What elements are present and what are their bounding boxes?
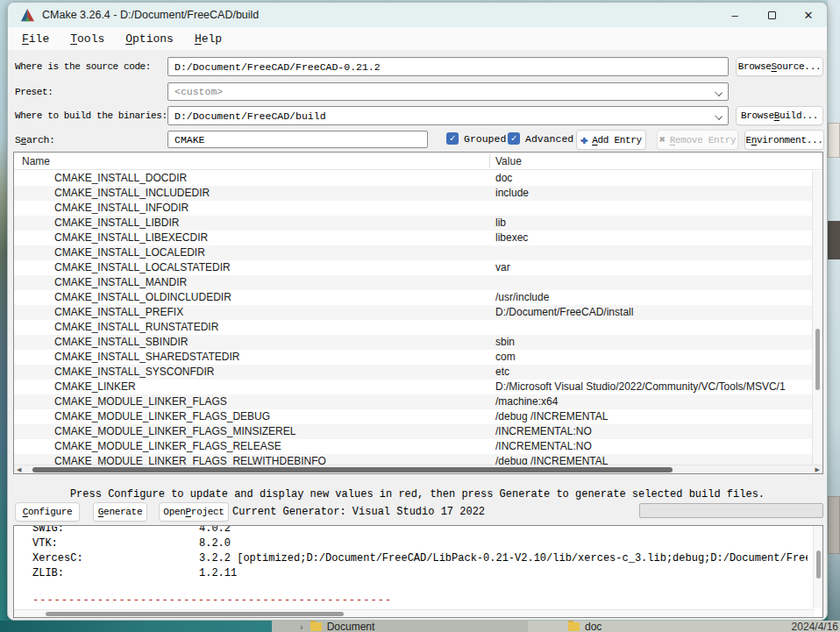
table-row[interactable]: CMAKE_INSTALL_PREFIXD:/Document/FreeCAD/… bbox=[14, 305, 813, 320]
log-package-value: 4.0.2 bbox=[199, 525, 231, 535]
table-row[interactable]: CMAKE_MODULE_LINKER_FLAGS_RELEASE/INCREM… bbox=[14, 439, 813, 454]
table-row[interactable]: CMAKE_INSTALL_LIBDIRlib bbox=[14, 216, 813, 231]
variable-name[interactable]: CMAKE_INSTALL_DOCDIR bbox=[54, 172, 187, 184]
variable-name[interactable]: CMAKE_INSTALL_RUNSTATEDIR bbox=[54, 321, 218, 333]
variable-name[interactable]: CMAKE_INSTALL_INFODIR bbox=[54, 202, 189, 214]
variable-value[interactable]: /INCREMENTAL:NO bbox=[495, 440, 813, 452]
scroll-left-arrow-icon[interactable]: ◀ bbox=[17, 466, 21, 474]
table-row[interactable]: CMAKE_MODULE_LINKER_FLAGS/machine:x64 bbox=[14, 394, 813, 409]
table-row[interactable]: CMAKE_INSTALL_SHAREDSTATEDIRcom bbox=[14, 350, 813, 365]
variable-name[interactable]: CMAKE_INSTALL_MANDIR bbox=[54, 276, 187, 288]
variable-name[interactable]: CMAKE_INSTALL_SHAREDSTATEDIR bbox=[54, 351, 239, 363]
configure-button[interactable]: Configure bbox=[15, 502, 80, 522]
variable-value[interactable]: include bbox=[495, 187, 813, 199]
variable-value[interactable]: /machine:x64 bbox=[495, 395, 813, 408]
explorer-item-label: Document bbox=[327, 621, 375, 632]
variable-name[interactable]: CMAKE_INSTALL_SBINDIR bbox=[54, 336, 189, 348]
table-row[interactable]: CMAKE_INSTALL_RUNSTATEDIR bbox=[14, 320, 813, 335]
variable-value[interactable]: D:/Document/FreeCAD/install bbox=[495, 306, 813, 318]
column-header-name[interactable]: Name bbox=[22, 155, 50, 167]
table-row[interactable]: CMAKE_INSTALL_LOCALSTATEDIRvar bbox=[14, 260, 813, 275]
table-row[interactable]: CMAKE_INSTALL_MANDIR bbox=[14, 275, 813, 290]
variable-name[interactable]: CMAKE_LINKER bbox=[54, 380, 136, 393]
scrollbar-thumb[interactable] bbox=[815, 329, 820, 390]
log-horizontal-scrollbar[interactable] bbox=[14, 609, 815, 617]
variable-name[interactable]: CMAKE_INSTALL_INCLUDEDIR bbox=[54, 187, 210, 199]
column-header-value[interactable]: Value bbox=[495, 155, 522, 167]
table-row[interactable]: CMAKE_INSTALL_INCLUDEDIRinclude bbox=[14, 186, 813, 201]
variable-value[interactable]: com bbox=[495, 351, 813, 363]
scroll-right-arrow-icon[interactable]: ▶ bbox=[815, 466, 820, 474]
open-project-button[interactable]: Open Project bbox=[159, 502, 229, 522]
table-row[interactable]: CMAKE_MODULE_LINKER_FLAGS_DEBUG/debug /I… bbox=[14, 409, 813, 424]
variable-name[interactable]: CMAKE_INSTALL_LIBEXECDIR bbox=[54, 231, 208, 244]
explorer-date-label: 2024/4/16 bbox=[792, 621, 838, 632]
variable-value[interactable]: /INCREMENTAL:NO bbox=[495, 425, 813, 437]
minimize-button[interactable]: – bbox=[716, 3, 753, 27]
log-package-value: 1.2.11 bbox=[199, 567, 237, 579]
browse-build-button[interactable]: Browse Build... bbox=[736, 106, 823, 125]
variable-name[interactable]: CMAKE_INSTALL_SYSCONFDIR bbox=[54, 366, 215, 378]
variable-value[interactable]: sbin bbox=[495, 336, 813, 348]
scrollbar-thumb[interactable] bbox=[816, 550, 821, 579]
variable-name[interactable]: CMAKE_MODULE_LINKER_FLAGS_MINSIZEREL bbox=[54, 425, 295, 437]
variable-name[interactable]: CMAKE_INSTALL_LOCALEDIR bbox=[54, 246, 205, 259]
explorer-row-document[interactable]: › Document bbox=[272, 621, 528, 632]
menu-item-help[interactable]: Help bbox=[186, 30, 231, 48]
explorer-row-doc[interactable]: doc 2024/4/16 bbox=[528, 621, 840, 632]
environment-button[interactable]: Environment... bbox=[744, 130, 824, 150]
variable-value[interactable]: D:/Microsoft Visual Studio/2022/Communit… bbox=[495, 380, 813, 393]
table-row[interactable]: CMAKE_LINKERD:/Microsoft Visual Studio/2… bbox=[14, 380, 813, 394]
variable-name[interactable]: CMAKE_INSTALL_OLDINCLUDEDIR bbox=[54, 291, 231, 303]
variable-value[interactable]: /debug /INCREMENTAL bbox=[495, 410, 813, 423]
table-header[interactable]: Name Value bbox=[14, 153, 822, 170]
variable-name[interactable]: CMAKE_MODULE_LINKER_FLAGS_DEBUG bbox=[54, 410, 270, 423]
source-code-label: Where is the source code: bbox=[15, 61, 151, 72]
grouped-checkbox[interactable]: ✓ Grouped bbox=[446, 132, 506, 145]
variable-name[interactable]: CMAKE_MODULE_LINKER_FLAGS bbox=[54, 395, 227, 408]
configure-hint-text: Press Configure to update and display ne… bbox=[8, 488, 827, 501]
source-code-input[interactable]: D:/Document/FreeCAD/FreeCAD-0.21.2 bbox=[167, 57, 729, 76]
variable-value[interactable]: /usr/include bbox=[495, 291, 813, 303]
browse-source-button[interactable]: Browse Source... bbox=[736, 57, 823, 76]
search-input[interactable]: CMAKE bbox=[167, 131, 428, 148]
generate-button[interactable]: Generate bbox=[93, 502, 147, 522]
close-button[interactable]: ✕ bbox=[790, 3, 827, 27]
table-vertical-scrollbar[interactable] bbox=[812, 171, 822, 465]
table-row[interactable]: CMAKE_INSTALL_SYSCONFDIRetc bbox=[14, 365, 813, 380]
table-row[interactable]: CMAKE_INSTALL_LIBEXECDIRlibexec bbox=[14, 231, 813, 245]
column-divider[interactable] bbox=[489, 154, 490, 168]
scrollbar-thumb[interactable] bbox=[32, 467, 673, 472]
variable-name[interactable]: CMAKE_INSTALL_LOCALSTATEDIR bbox=[54, 261, 231, 273]
titlebar[interactable]: CMake 3.26.4 - D:/Document/FreeCAD/build… bbox=[8, 3, 827, 27]
scrollbar-thumb[interactable] bbox=[46, 612, 344, 616]
advanced-checkbox[interactable]: ✓ Advanced bbox=[508, 132, 573, 145]
variable-value[interactable]: libexec bbox=[495, 231, 813, 244]
variable-name[interactable]: CMAKE_INSTALL_LIBDIR bbox=[54, 217, 180, 229]
menu-item-options[interactable]: Options bbox=[117, 30, 182, 48]
table-row[interactable]: CMAKE_MODULE_LINKER_FLAGS_MINSIZEREL/INC… bbox=[14, 424, 813, 439]
plus-icon: ✚ bbox=[580, 132, 587, 147]
menu-item-tools[interactable]: Tools bbox=[61, 30, 113, 48]
remove-entry-button[interactable]: ✖ Remove Entry bbox=[657, 130, 738, 150]
table-row[interactable]: CMAKE_INSTALL_SBINDIRsbin bbox=[14, 335, 813, 350]
table-row[interactable]: CMAKE_INSTALL_INFODIR bbox=[14, 201, 813, 216]
log-vertical-scrollbar[interactable] bbox=[813, 526, 822, 608]
add-entry-button[interactable]: ✚ Add Entry bbox=[576, 130, 646, 150]
table-horizontal-scrollbar[interactable]: ◀ ▶ bbox=[14, 465, 822, 473]
table-row[interactable]: CMAKE_INSTALL_DOCDIRdoc bbox=[14, 171, 813, 186]
variable-name[interactable]: CMAKE_MODULE_LINKER_FLAGS_RELEASE bbox=[54, 440, 281, 452]
explorer-item-label: doc bbox=[585, 621, 602, 632]
log-package-name: VTK: bbox=[32, 537, 58, 550]
variable-name[interactable]: CMAKE_INSTALL_PREFIX bbox=[54, 306, 183, 318]
variable-value[interactable]: doc bbox=[495, 172, 813, 184]
table-row[interactable]: CMAKE_INSTALL_OLDINCLUDEDIR/usr/include bbox=[14, 290, 813, 305]
preset-combobox[interactable]: <custom> bbox=[167, 82, 729, 101]
build-path-combobox[interactable]: D:/Document/FreeCAD/build bbox=[167, 106, 729, 125]
variable-value[interactable]: etc bbox=[495, 366, 813, 378]
maximize-button[interactable] bbox=[753, 3, 790, 27]
table-row[interactable]: CMAKE_INSTALL_LOCALEDIR bbox=[14, 245, 813, 260]
variable-value[interactable]: var bbox=[495, 261, 813, 273]
variable-value[interactable]: lib bbox=[495, 217, 813, 229]
menu-item-file[interactable]: File bbox=[13, 30, 58, 48]
